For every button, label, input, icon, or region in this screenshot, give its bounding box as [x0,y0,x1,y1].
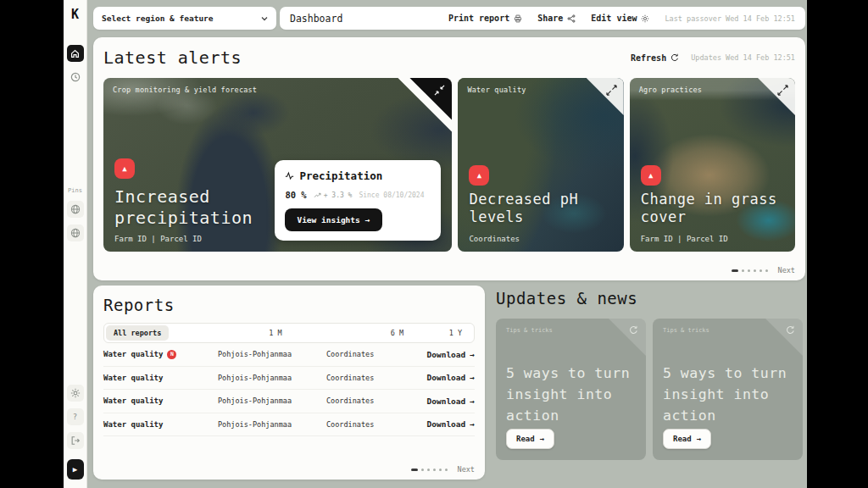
latest-alerts-panel: Latest alerts Refresh Updates Wed 14 Feb… [93,37,805,280]
news-card[interactable]: Tips & tricks 5 ways to turn insight int… [653,319,803,460]
pagination-dot[interactable] [748,269,750,272]
report-region: Pohjois-Pohjanmaa [218,396,326,405]
download-label: Download [427,373,466,382]
filter-all-reports[interactable]: All reports [106,325,169,341]
pagination-dot[interactable] [445,469,448,471]
popup-since: Since 08/10/2024 [359,191,424,199]
pagination-dot[interactable] [421,469,424,471]
pagination-dot[interactable] [754,269,756,272]
dashboard-header-bar: Dashboard Print report Share Edit view L… [280,7,805,30]
sidebar-item-help[interactable]: ? [67,408,84,425]
print-report-button[interactable]: Print report [448,14,522,23]
last-passover-text: Last passover Wed 14 Feb 12:51 [665,14,795,23]
alert-category: Agro practices [639,86,702,94]
report-type: Water quality [103,420,163,429]
share-icon [567,14,576,23]
read-button[interactable]: Read → [663,429,711,449]
popup-trend-value: + 3.3 % [324,191,353,199]
play-icon: ▶ [73,465,77,474]
share-button[interactable]: Share [537,14,576,23]
view-insights-button[interactable]: View insights → [285,208,381,231]
sidebar-item-logout[interactable] [67,432,84,449]
sidebar-item-home[interactable] [67,45,84,62]
news-card[interactable]: Tips & tricks 5 ways to turn insight int… [496,319,646,460]
pagination-dot[interactable] [439,469,442,471]
download-label: Download [427,419,466,429]
download-button[interactable]: Download→ [427,419,476,429]
updates-news-section: Updates & news Tips & tricks 5 ways to t… [496,289,805,480]
home-icon [70,49,80,58]
report-row[interactable]: Water quality Pohjois-Pohjanmaa Coordina… [103,390,475,413]
download-button[interactable]: Download→ [427,396,476,406]
alert-warning-badge: ▲ [114,158,135,179]
activity-icon [285,171,294,180]
download-button[interactable]: Download→ [427,350,476,359]
edit-view-label: Edit view [591,14,637,23]
alert-headline: Change in grass cover [641,191,787,227]
filter-1y[interactable]: 1 Y [449,329,462,337]
report-row[interactable]: Water quality Pohjois-Pohjanmaa Coordina… [103,413,475,437]
pagination-dot[interactable] [742,269,744,272]
reports-title: Reports [103,296,475,314]
read-label: Read [516,435,535,443]
precipitation-popup: Precipitation 80 % + 3.3 % Since 08/10/2… [275,160,441,241]
report-row[interactable]: Water quality Pohjois-Pohjanmaa Coordina… [103,367,475,391]
alert-meta: Farm ID | Parcel ID [641,235,728,243]
pagination-dot[interactable] [732,269,738,272]
alert-meta: Farm ID | Parcel ID [114,235,202,243]
report-region: Pohjois-Pohjanmaa [218,420,326,429]
read-button[interactable]: Read → [506,429,554,449]
sidebar-expand-button[interactable]: ▶ [67,459,84,480]
pagination-dot[interactable] [433,469,436,471]
pagination-dot[interactable] [427,469,430,471]
alert-category: Crop monitoring & yield forecast [113,86,257,94]
alert-headline: Decreased pH levels [469,191,615,227]
arrow-right-icon: → [540,435,544,443]
expand-icon[interactable] [606,85,617,96]
app-logo: K [71,8,79,21]
clock-icon [70,72,81,82]
sidebar-item-history[interactable] [67,69,84,86]
alerts-pagination: Next [732,266,795,274]
report-row[interactable]: Water qualityN Pohjois-Pohjanmaa Coordin… [103,343,475,367]
news-tag: Tips & tricks [663,327,709,334]
pagination-dot[interactable] [411,469,418,471]
collapse-icon[interactable] [434,85,445,96]
refresh-icon [670,53,679,62]
report-location: Coordinates [326,350,411,358]
report-location: Coordinates [326,420,411,429]
pagination-dot[interactable] [760,269,762,272]
alert-card-water-quality[interactable]: Water quality ▲ Decreased pH levels Coor… [458,78,623,252]
download-button[interactable]: Download→ [427,373,476,382]
filter-1m[interactable]: 1 M [269,329,281,337]
sidebar-pin-1[interactable] [67,201,84,218]
refresh-label: Refresh [631,53,666,63]
chevron-down-icon [261,16,268,21]
new-badge: N [167,350,176,359]
alert-card-agro-practices[interactable]: Agro practices ▲ Change in grass cover F… [630,78,795,252]
news-headline: 5 ways to turn insight into action [506,363,637,426]
region-feature-select[interactable]: Select region & feature [93,7,276,30]
alert-category: Water quality [467,86,526,94]
warning-icon: ▲ [477,171,481,180]
alerts-next-button[interactable]: Next [778,266,795,274]
reports-panel: Reports All reports 1 M 6 M 1 Y Water qu… [93,286,485,480]
arrow-right-icon: → [470,350,475,359]
reports-next-button[interactable]: Next [458,465,475,474]
alert-card-crop-monitoring[interactable]: Crop monitoring & yield forecast ▲ Incre… [103,78,452,252]
main-area: Select region & feature Dashboard Print … [87,0,807,488]
printer-icon [514,14,522,23]
help-icon: ? [73,413,77,421]
refresh-button[interactable]: Refresh [631,53,679,63]
sidebar-item-settings[interactable] [67,385,84,402]
alert-meta: Coordinates [469,235,520,243]
filter-6m[interactable]: 6 M [391,329,403,337]
sidebar-pin-2[interactable] [67,225,84,241]
arrow-right-icon: → [697,435,701,443]
edit-view-button[interactable]: Edit view [591,14,649,23]
trend-up-icon [314,192,321,198]
pagination-dot[interactable] [765,269,768,272]
arrow-right-icon: → [470,373,475,382]
expand-icon[interactable] [777,85,788,96]
screen: K Pins ? ▶ [0,0,868,488]
